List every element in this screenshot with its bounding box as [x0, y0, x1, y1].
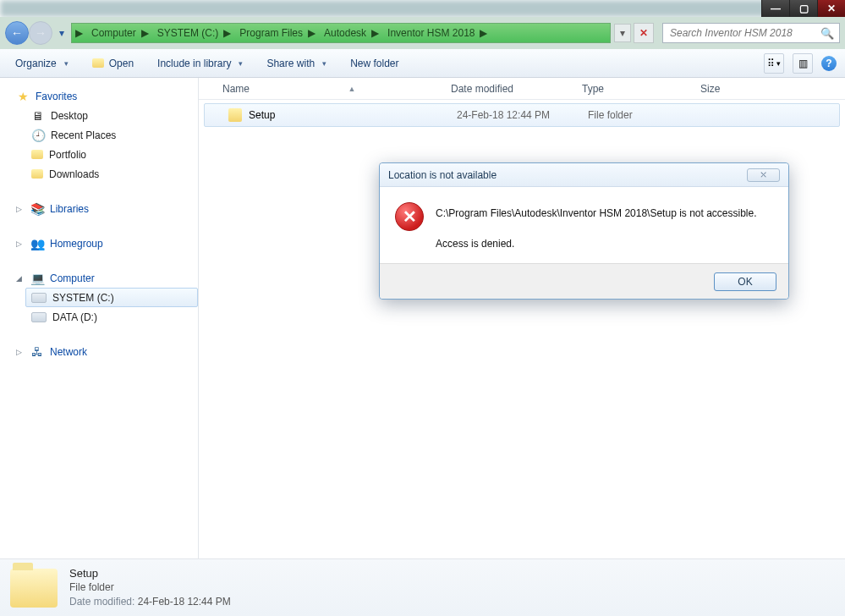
sidebar-item-label: Portfolio	[49, 149, 86, 161]
sidebar-computer-header[interactable]: ◢💻Computer	[10, 268, 198, 288]
libraries-label: Libraries	[50, 203, 89, 215]
details-folder-icon	[10, 569, 58, 608]
column-name[interactable]: Name▲	[222, 83, 451, 95]
library-icon: 📚	[30, 202, 44, 216]
chevron-right-icon: ▷	[16, 348, 25, 356]
organize-button[interactable]: Organize	[8, 54, 75, 73]
view-options-button[interactable]: ⠿▾	[764, 53, 784, 74]
column-size[interactable]: Size	[700, 83, 768, 95]
view-icon: ⠿	[767, 58, 775, 69]
search-input[interactable]	[668, 26, 820, 40]
maximize-button[interactable]: ▢	[789, 0, 817, 17]
crumb-computer[interactable]: Computer	[86, 24, 138, 42]
ok-button[interactable]: OK	[714, 272, 776, 291]
sidebar: ★Favorites 🖥Desktop 🕘Recent Places Portf…	[0, 78, 199, 558]
crumb-sep[interactable]: ▶	[368, 24, 382, 42]
pane-icon: ▥	[798, 58, 808, 69]
sort-indicator-icon: ▲	[253, 85, 451, 93]
nav-buttons: ← →	[5, 21, 52, 45]
cell-date: 24-Feb-18 12:44 PM	[457, 109, 588, 121]
history-dropdown[interactable]: ▾	[56, 21, 68, 45]
crumb-program-files[interactable]: Program Files	[234, 24, 305, 42]
address-bar[interactable]: ▶ Computer ▶ SYSTEM (C:) ▶ Program Files…	[71, 23, 611, 43]
file-list: Name▲ Date modified Type Size Setup 24-F…	[199, 78, 845, 558]
crumb-inventor-hsm-2018[interactable]: Inventor HSM 2018	[382, 24, 476, 42]
dialog-line2: Access is denied.	[436, 234, 757, 253]
stop-icon: ✕	[639, 27, 648, 39]
sidebar-item-label: SYSTEM (C:)	[52, 292, 114, 304]
error-dialog: Location is not available ⤬ ✕ C:\Program…	[379, 162, 789, 300]
sidebar-item-desktop[interactable]: 🖥Desktop	[25, 106, 198, 125]
folder-icon	[92, 58, 104, 68]
dialog-footer: OK	[380, 263, 788, 299]
sidebar-network-header[interactable]: ▷🖧Network	[10, 342, 198, 361]
dialog-line1: C:\Program Files\Autodesk\Inventor HSM 2…	[436, 204, 757, 223]
refresh-button[interactable]: ✕	[634, 23, 654, 43]
sidebar-item-drive-d[interactable]: DATA (D:)	[25, 307, 198, 327]
dialog-close-button[interactable]: ⤬	[747, 168, 780, 182]
sidebar-item-label: Desktop	[51, 110, 88, 122]
include-library-button[interactable]: Include in library	[151, 54, 250, 73]
star-icon: ★	[16, 90, 30, 103]
body-area: ★Favorites 🖥Desktop 🕘Recent Places Portf…	[0, 78, 845, 558]
dialog-body: ✕ C:\Program Files\Autodesk\Inventor HSM…	[380, 187, 788, 263]
share-with-button[interactable]: Share with	[260, 54, 333, 73]
sidebar-libraries-header[interactable]: ▷📚Libraries	[10, 199, 198, 218]
crumb-system-c[interactable]: SYSTEM (C:)	[152, 24, 221, 42]
chevron-right-icon: ▷	[16, 205, 25, 213]
folder-icon	[31, 169, 43, 179]
back-button[interactable]: ←	[5, 21, 29, 45]
sidebar-favorites-header[interactable]: ★Favorites	[10, 86, 198, 106]
crumb-sep[interactable]: ▶	[138, 24, 152, 42]
crumb-sep[interactable]: ▶	[220, 24, 234, 42]
computer-label: Computer	[50, 272, 95, 284]
column-headers: Name▲ Date modified Type Size	[199, 78, 845, 100]
details-date: 24-Feb-18 12:44 PM	[138, 596, 231, 608]
crumb-autodesk[interactable]: Autodesk	[319, 24, 368, 42]
dialog-titlebar[interactable]: Location is not available ⤬	[380, 163, 788, 187]
dialog-title-text: Location is not available	[388, 169, 497, 181]
new-folder-button[interactable]: New folder	[343, 54, 405, 73]
open-button[interactable]: Open	[85, 54, 140, 73]
toolbar-right: ⠿▾ ▥ ?	[764, 53, 837, 74]
favorites-label: Favorites	[36, 91, 77, 102]
nav-area: ← → ▾ ▶ Computer ▶ SYSTEM (C:) ▶ Program…	[0, 17, 845, 49]
homegroup-icon: 👥	[30, 237, 44, 250]
crumb-sep[interactable]: ▶	[305, 24, 319, 42]
sidebar-item-label: DATA (D:)	[52, 311, 97, 323]
search-icon[interactable]: 🔍	[820, 27, 834, 40]
address-dropdown[interactable]: ▾	[614, 24, 631, 42]
network-label: Network	[50, 346, 87, 358]
sidebar-item-downloads[interactable]: Downloads	[25, 164, 198, 184]
crumb-sep[interactable]: ▶	[476, 24, 491, 42]
open-label: Open	[109, 58, 134, 69]
toolbar: Organize Open Include in library Share w…	[0, 49, 845, 78]
preview-pane-button[interactable]: ▥	[793, 53, 813, 74]
sidebar-item-drive-c[interactable]: SYSTEM (C:)	[25, 288, 198, 307]
forward-button[interactable]: →	[29, 21, 52, 45]
details-type: File folder	[69, 580, 231, 595]
sidebar-item-recent-places[interactable]: 🕘Recent Places	[25, 125, 198, 145]
search-box[interactable]: 🔍	[662, 23, 840, 43]
close-button[interactable]: ✕	[817, 0, 845, 17]
sidebar-item-label: Recent Places	[51, 129, 116, 141]
error-icon: ✕	[395, 202, 424, 231]
window-title-strip	[0, 0, 845, 17]
column-date[interactable]: Date modified	[451, 83, 582, 95]
dialog-message: C:\Program Files\Autodesk\Inventor HSM 2…	[436, 202, 757, 253]
help-button[interactable]: ?	[821, 56, 837, 71]
minimize-button[interactable]: —	[761, 0, 789, 17]
cell-type: File folder	[588, 109, 706, 121]
drive-icon	[31, 312, 47, 322]
details-text: Setup File folder Date modified: 24-Feb-…	[69, 566, 231, 609]
network-icon: 🖧	[30, 345, 44, 359]
list-row-setup[interactable]: Setup 24-Feb-18 12:44 PM File folder	[204, 103, 840, 127]
sidebar-item-portfolio[interactable]: Portfolio	[25, 145, 198, 164]
sidebar-homegroup-header[interactable]: ▷👥Homegroup	[10, 234, 198, 253]
folder-icon	[31, 150, 43, 159]
details-pane: Setup File folder Date modified: 24-Feb-…	[0, 558, 845, 616]
desktop-icon: 🖥	[31, 109, 45, 123]
folder-icon	[228, 108, 242, 122]
details-name: Setup	[69, 566, 231, 580]
column-type[interactable]: Type	[582, 83, 700, 95]
